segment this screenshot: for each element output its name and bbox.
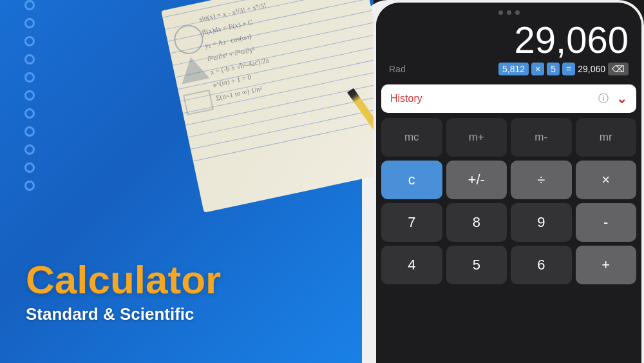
five-button[interactable]: 5 bbox=[446, 246, 507, 284]
rad-label: Rad bbox=[389, 64, 406, 74]
spiral-binding bbox=[24, 0, 35, 199]
left-panel: sin(x) = x - x³/3! + x⁵/5! ∫f(x)dx = F(x… bbox=[0, 0, 374, 363]
expr-op1: × bbox=[531, 63, 544, 75]
expr-eq: = bbox=[562, 63, 575, 75]
mr-button[interactable]: mr bbox=[576, 118, 637, 157]
mc-button[interactable]: mc bbox=[381, 118, 442, 157]
expr-num2: 5 bbox=[547, 63, 560, 75]
m-plus-button[interactable]: m+ bbox=[446, 118, 507, 157]
subtract-button[interactable]: - bbox=[576, 203, 637, 242]
four-button[interactable]: 4 bbox=[381, 246, 442, 284]
history-info-icon[interactable]: ⓘ bbox=[598, 92, 609, 106]
nine-button[interactable]: 9 bbox=[511, 203, 572, 242]
divide-button[interactable]: ÷ bbox=[511, 161, 572, 199]
phone-inner: 29,060 Rad 5,812 × 5 = 29,060 ⌫ History … bbox=[376, 3, 641, 363]
expr-num1: 5,812 bbox=[498, 63, 529, 75]
right-panel: 29,060 Rad 5,812 × 5 = 29,060 ⌫ History … bbox=[374, 0, 644, 363]
notebook-background: sin(x) = x - x³/3! + x⁵/5! ∫f(x)dx = F(x… bbox=[161, 0, 374, 213]
expression-row: Rad 5,812 × 5 = 29,060 ⌫ bbox=[389, 61, 629, 79]
status-dots bbox=[376, 3, 641, 19]
app-text-block: Calculator Standard & Scientific bbox=[26, 258, 221, 324]
display-area: 29,060 Rad 5,812 × 5 = 29,060 ⌫ bbox=[376, 19, 641, 84]
status-dot-2 bbox=[507, 10, 511, 15]
seven-button[interactable]: 7 bbox=[381, 203, 442, 242]
history-chevron-icon[interactable]: ⌄ bbox=[616, 91, 627, 106]
app-title: Calculator bbox=[26, 258, 221, 302]
status-dot-3 bbox=[515, 10, 520, 15]
plus-minus-button[interactable]: +/- bbox=[446, 161, 507, 199]
m-minus-button[interactable]: m- bbox=[511, 118, 572, 157]
add-button[interactable]: + bbox=[576, 246, 637, 284]
status-dot-1 bbox=[498, 10, 503, 15]
clear-button[interactable]: c bbox=[381, 161, 442, 199]
six-button[interactable]: 6 bbox=[511, 246, 572, 284]
main-result: 29,060 bbox=[389, 19, 629, 61]
app-subtitle: Standard & Scientific bbox=[26, 304, 221, 324]
expr-backspace[interactable]: ⌫ bbox=[608, 63, 629, 75]
multiply-button[interactable]: × bbox=[576, 161, 637, 199]
expr-result: 29,060 bbox=[578, 64, 605, 74]
eight-button[interactable]: 8 bbox=[446, 203, 507, 242]
history-label: History bbox=[390, 93, 598, 104]
button-grid: mc m+ m- mr c +/- ÷ × 7 8 9 - 4 5 6 + bbox=[376, 118, 641, 289]
history-bar[interactable]: History ⓘ ⌄ bbox=[381, 84, 636, 113]
